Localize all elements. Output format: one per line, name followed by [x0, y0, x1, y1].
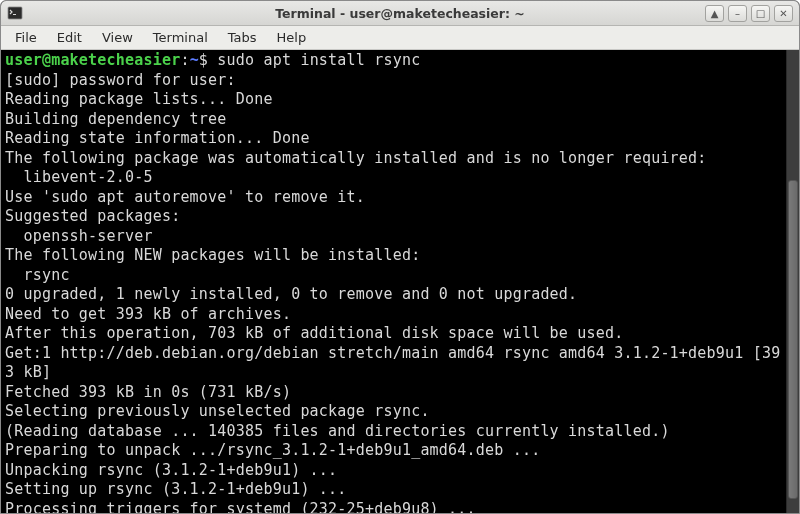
menu-edit[interactable]: Edit [47, 27, 92, 48]
output-line: Need to get 393 kB of archives. [5, 305, 782, 325]
menu-terminal[interactable]: Terminal [143, 27, 218, 48]
output-line: Selecting previously unselected package … [5, 402, 782, 422]
minimize-button[interactable]: – [728, 5, 747, 22]
output-line: After this operation, 703 kB of addition… [5, 324, 782, 344]
output-line: Setting up rsync (3.1.2-1+deb9u1) ... [5, 480, 782, 500]
terminal-output[interactable]: user@maketecheasier:~$ sudo apt install … [1, 50, 786, 513]
output-line: libevent-2.0-5 [5, 168, 782, 188]
titlebar[interactable]: Terminal - user@maketecheasier: ~ ▲ – □ … [1, 1, 799, 26]
output-line: openssh-server [5, 227, 782, 247]
terminal-area: user@maketecheasier:~$ sudo apt install … [1, 50, 799, 513]
output-line: Fetched 393 kB in 0s (731 kB/s) [5, 383, 782, 403]
output-line: (Reading database ... 140385 files and d… [5, 422, 782, 442]
terminal-window: Terminal - user@maketecheasier: ~ ▲ – □ … [0, 0, 800, 514]
scrollbar[interactable] [786, 50, 799, 513]
output-line: Use 'sudo apt autoremove' to remove it. [5, 188, 782, 208]
output-line: Reading package lists... Done [5, 90, 782, 110]
output-line: rsync [5, 266, 782, 286]
prompt-symbol: $ [199, 51, 217, 69]
prompt-line: user@maketecheasier:~$ sudo apt install … [5, 51, 782, 71]
output-line: Get:1 http://deb.debian.org/debian stret… [5, 344, 782, 383]
output-line: Building dependency tree [5, 110, 782, 130]
shade-button[interactable]: ▲ [705, 5, 724, 22]
output-line: Unpacking rsync (3.1.2-1+deb9u1) ... [5, 461, 782, 481]
output-line: [sudo] password for user: [5, 71, 782, 91]
output-line: Reading state information... Done [5, 129, 782, 149]
menu-help[interactable]: Help [267, 27, 317, 48]
output-line: The following package was automatically … [5, 149, 782, 169]
scrollbar-thumb[interactable] [788, 180, 798, 499]
window-title: Terminal - user@maketecheasier: ~ [1, 6, 799, 21]
prompt-user-host: user@maketecheasier [5, 51, 180, 69]
output-line: Suggested packages: [5, 207, 782, 227]
terminal-icon [7, 5, 23, 21]
menu-file[interactable]: File [5, 27, 47, 48]
output-line: The following NEW packages will be insta… [5, 246, 782, 266]
prompt-command: sudo apt install rsync [217, 51, 420, 69]
output-line: 0 upgraded, 1 newly installed, 0 to remo… [5, 285, 782, 305]
window-controls: ▲ – □ ✕ [705, 5, 793, 22]
menubar: File Edit View Terminal Tabs Help [1, 26, 799, 50]
close-button[interactable]: ✕ [774, 5, 793, 22]
output-line: Processing triggers for systemd (232-25+… [5, 500, 782, 514]
output-line: Preparing to unpack .../rsync_3.1.2-1+de… [5, 441, 782, 461]
maximize-button[interactable]: □ [751, 5, 770, 22]
svg-rect-0 [8, 7, 22, 19]
menu-tabs[interactable]: Tabs [218, 27, 267, 48]
prompt-path: ~ [190, 51, 199, 69]
menu-view[interactable]: View [92, 27, 143, 48]
prompt-sep: : [180, 51, 189, 69]
